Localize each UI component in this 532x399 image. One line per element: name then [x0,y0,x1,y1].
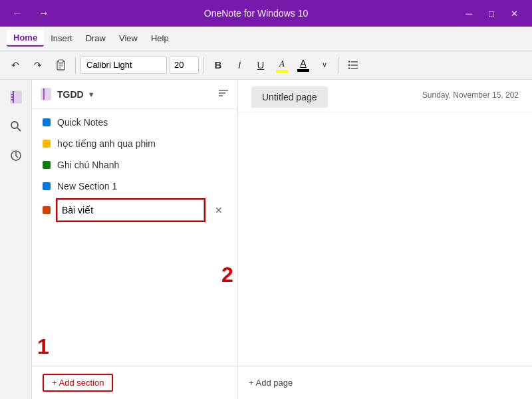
sections-icon[interactable] [4,85,28,109]
content-area: Untitled page Sunday, November 15, 202 +… [238,80,532,399]
clipboard-icon [55,59,66,71]
section-dot-new-section-1 [43,182,51,190]
close-button[interactable]: ✕ [504,3,524,23]
app-title: OneNote for Windows 10 [204,8,308,19]
sidebar: TGDD ▼ Quick Notes [32,80,238,399]
svg-rect-9 [348,64,350,66]
undo-button[interactable]: ↶ [5,55,25,75]
sidebar-footer: + Add section [32,366,237,399]
toolbar-divider-2 [203,57,204,73]
minimize-button[interactable]: ─ [459,3,479,23]
svg-rect-10 [348,67,350,69]
section-dot-hoc-tieng [43,140,51,148]
menu-insert[interactable]: Insert [44,31,79,46]
svg-rect-19 [41,88,51,100]
sections-list: Quick Notes học tiếng anh qua phim Ghi c… [32,109,237,366]
content-header: Untitled page Sunday, November 15, 202 [238,80,532,112]
redo-button[interactable]: ↷ [28,55,48,75]
section-edit-row: ✕ [32,197,237,223]
search-icon [9,120,23,133]
underline-button[interactable]: U [251,56,270,74]
chevron-down-icon: ▼ [88,90,95,98]
label-1: 1 [37,334,49,359]
section-dot-quick-notes [43,118,51,126]
page-date: Sunday, November 15, 202 [422,86,519,100]
menu-bar: Home Insert Draw View Help [0,27,532,51]
sort-icon [217,87,229,99]
content-wrapper: 1 2 TGDD ▼ [32,80,532,399]
history-icon-btn[interactable] [4,144,28,168]
search-icon-btn[interactable] [4,114,28,138]
forward-button[interactable]: → [35,4,53,23]
section-label-quick-notes: Quick Notes [57,117,108,128]
menu-home[interactable]: Home [7,30,44,47]
highlight-button[interactable]: 𝐴 [273,56,291,74]
notebook-name: TGDD [57,89,84,100]
section-item-hoc-tieng[interactable]: học tiếng anh qua phim [32,133,237,154]
section-dot-editing [43,206,51,214]
clipboard-button[interactable] [51,55,70,75]
label-2: 2 [221,263,233,287]
font-color-icon: A [300,58,306,68]
sort-button[interactable] [217,87,229,102]
nav-controls: ← → [8,4,53,23]
back-button[interactable]: ← [8,4,27,23]
title-bar: ← → OneNote for Windows 10 ─ □ ✕ [0,0,532,27]
section-edit-clear-button[interactable]: ✕ [211,202,227,218]
highlight-bar [276,70,288,72]
icon-bar [0,80,32,399]
svg-rect-1 [59,60,63,63]
content-body [238,112,532,366]
toolbar-divider-3 [338,57,339,73]
section-item-quick-notes[interactable]: Quick Notes [32,112,237,133]
svg-rect-8 [348,61,350,63]
bold-button[interactable]: B [209,56,227,74]
list-button[interactable] [344,56,362,74]
italic-button[interactable]: I [230,56,249,74]
add-page-button[interactable]: + Add page [249,378,293,388]
menu-draw[interactable]: Draw [79,31,112,46]
toolbar: ↶ ↷ Calibri Light 20 B I U 𝐴 A ∨ [0,51,532,80]
section-item-ghi-chu[interactable]: Ghi chú Nhanh [32,154,237,176]
main-layout: 1 2 TGDD ▼ [0,80,532,399]
svg-point-16 [11,122,18,128]
toolbar-divider-1 [75,57,76,73]
font-size-selector[interactable]: 20 [170,57,199,74]
sidebar-header: TGDD ▼ [32,80,237,109]
maximize-button[interactable]: □ [481,3,501,23]
font-color-bar [297,69,309,72]
font-name-selector[interactable]: Calibri Light [80,57,167,74]
menu-view[interactable]: View [112,31,144,46]
svg-line-17 [17,128,21,131]
window-controls: ─ □ ✕ [459,3,524,23]
notebook-icon [9,90,23,104]
page-tab[interactable]: Untitled page [251,86,328,108]
add-section-button[interactable]: + Add section [43,374,113,392]
section-label-hoc-tieng: học tiếng anh qua phim [57,138,156,149]
section-label-new-section-1: New Section 1 [57,181,117,192]
more-formatting-button[interactable]: ∨ [315,56,334,74]
menu-help[interactable]: Help [144,31,176,46]
notebook-icon-small [40,88,53,101]
notebook-title[interactable]: TGDD ▼ [40,88,95,101]
highlight-icon: 𝐴 [279,58,285,69]
font-color-button[interactable]: A [294,56,313,74]
content-footer: + Add page [238,366,532,399]
section-label-ghi-chu: Ghi chú Nhanh [57,160,119,170]
section-name-input[interactable] [57,200,204,221]
section-item-new-section-1[interactable]: New Section 1 [32,176,237,197]
list-icon [347,59,359,71]
history-icon [9,149,23,162]
section-dot-ghi-chu [43,161,51,169]
